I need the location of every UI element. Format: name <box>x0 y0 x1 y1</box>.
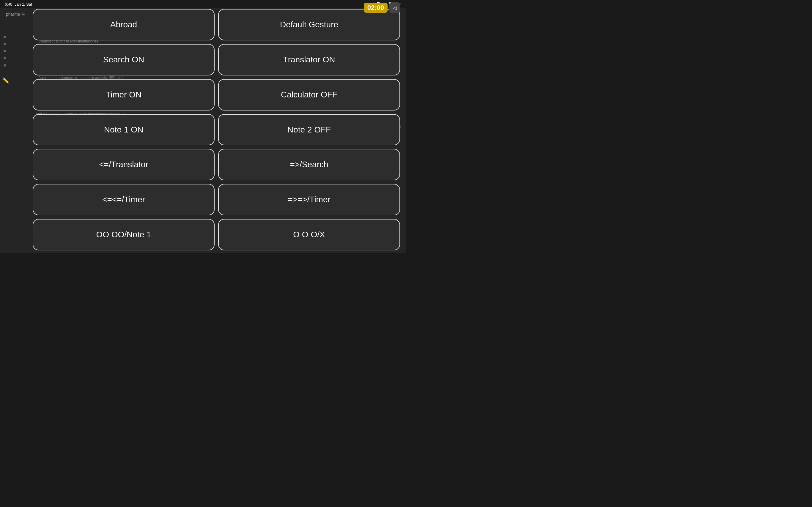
search-forward-button[interactable]: =>/Search <box>218 149 400 180</box>
button-row-2: Search ON Translator ON <box>33 44 400 75</box>
dot-2 <box>4 43 6 45</box>
button-overlay: Abroad Default Gesture Search ON Transla… <box>33 6 400 253</box>
default-gesture-button[interactable]: Default Gesture <box>218 9 400 40</box>
status-bar-left: 6:40 Jan 1. Sat <box>5 2 32 6</box>
time: 6:40 <box>5 2 12 6</box>
button-row-6: <=<=/Timer =>=>/Timer <box>33 184 400 215</box>
button-row-1: Abroad Default Gesture <box>33 9 400 40</box>
button-row-4: Note 1 ON Note 2 OFF <box>33 114 400 146</box>
button-row-3: Timer ON Calculator OFF <box>33 79 400 111</box>
translator-back-button[interactable]: <=/Translator <box>33 149 215 180</box>
note1-on-button[interactable]: Note 1 ON <box>33 114 215 146</box>
timer-on-button[interactable]: Timer ON <box>33 79 215 111</box>
status-bar: 6:40 Jan 1. Sat ▂▄▆█ 5G 🔋 37% <box>0 0 406 8</box>
timer-back-back-button[interactable]: <=<=/Timer <box>33 184 215 215</box>
dot-1 <box>4 36 6 38</box>
button-row-7: OO OO/Note 1 O O O/X <box>33 219 400 250</box>
abroad-button[interactable]: Abroad <box>33 9 215 40</box>
dot-4 <box>4 57 6 59</box>
note2-off-button[interactable]: Note 2 OFF <box>218 114 400 146</box>
timer-display[interactable]: 02:00 <box>364 3 388 13</box>
search-on-button[interactable]: Search ON <box>33 44 215 75</box>
sidebar-label: pharma 主 <box>6 12 25 17</box>
sidebar-dots <box>4 36 6 66</box>
ooo-x-button[interactable]: O O O/X <box>218 219 400 250</box>
date: Jan 1. Sat <box>14 2 32 6</box>
pencil-icon[interactable]: ✏️ <box>2 77 9 84</box>
top-right-controls: 02:00 ◁ <box>364 2 400 13</box>
icon-button-1[interactable]: ◁ <box>389 2 400 13</box>
oo-note1-button[interactable]: OO OO/Note 1 <box>33 219 215 250</box>
dot-3 <box>4 50 6 52</box>
translator-on-button[interactable]: Translator ON <box>218 44 400 75</box>
dot-5 <box>4 64 6 66</box>
timer-forward-forward-button[interactable]: =>=>/Timer <box>218 184 400 215</box>
calculator-off-button[interactable]: Calculator OFF <box>218 79 400 111</box>
button-row-5: <=/Translator =>/Search <box>33 149 400 180</box>
chevron-right-icon[interactable]: 〉 <box>399 123 405 131</box>
